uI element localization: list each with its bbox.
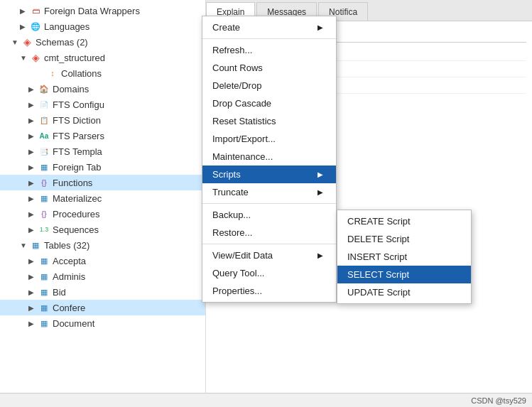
arrow-icon: ▼: [20, 242, 30, 249]
arrow-icon: ▶: [28, 210, 38, 218]
menu-label: Create: [212, 22, 240, 33]
sequences-icon: 1.3: [38, 224, 50, 235]
menu-item-delete-drop[interactable]: Delete/Drop: [202, 77, 336, 94]
tree-item-cmt-structured[interactable]: ▼ ◈ cmt_structured: [0, 50, 205, 65]
tree-panel: ▶ 🗃 Foreign Data Wrappers ▶ 🌐 Languages …: [0, 0, 206, 393]
submenu-arrow-icon: ▶: [317, 188, 323, 196]
menu-label: View/Edit Data: [212, 250, 273, 261]
lang-icon: 🌐: [30, 21, 41, 32]
tree-item-procedures[interactable]: ▶ {} Procedures: [0, 206, 205, 222]
tables-icon: ▦: [30, 239, 41, 251]
menu-item-properties[interactable]: Properties...: [202, 282, 336, 300]
menu-label: Import/Export...: [212, 134, 276, 144]
tree-item-languages[interactable]: ▶ 🌐 Languages: [0, 18, 205, 34]
tree-label: Collations: [61, 68, 102, 79]
menu-item-refresh[interactable]: Refresh...: [202, 41, 336, 59]
tree-label: Foreign Tab: [53, 162, 101, 173]
tree-label: cmt_structured: [44, 53, 105, 63]
tree-item-foreign-tables[interactable]: ▶ ▦ Foreign Tab: [0, 159, 205, 175]
arrow-icon: ▶: [20, 23, 30, 31]
arrow-icon: ▶: [28, 148, 38, 156]
arrow-icon: ▶: [28, 116, 38, 124]
scripts-submenu: CREATE Script DELETE Script INSERT Scrip…: [337, 210, 472, 304]
fts-config-icon: 📄: [38, 99, 50, 110]
menu-label: Delete/Drop: [212, 80, 261, 91]
tree-label: Foreign Data Wrappers: [44, 6, 140, 16]
tree-item-fts-templates[interactable]: ▶ 📑 FTS Templa: [0, 143, 205, 159]
menu-label: Refresh...: [212, 45, 252, 55]
tree-label: Domains: [53, 84, 89, 94]
arrow-icon: ▶: [28, 179, 38, 187]
db-icon: 🗃: [30, 5, 41, 16]
mat-view-icon: ▦: [38, 192, 50, 204]
tree-item-confere[interactable]: ▶ ▦ Confere: [0, 300, 205, 315]
tree-item-fts-dict[interactable]: ▶ 📋 FTS Diction: [0, 112, 205, 128]
tree-label: FTS Parsers: [53, 131, 104, 141]
coll-icon: ↕: [47, 67, 58, 79]
tree-item-tables[interactable]: ▼ ▦ Tables (32): [0, 237, 205, 253]
menu-label: Truncate: [212, 187, 249, 197]
tree-label: Functions: [53, 178, 92, 188]
fts-parsers-icon: Aa: [38, 130, 50, 141]
tree-item-foreign-data-wrappers[interactable]: ▶ 🗃 Foreign Data Wrappers: [0, 3, 205, 18]
menu-label: Query Tool...: [212, 268, 264, 278]
menu-item-restore[interactable]: Restore...: [202, 224, 336, 242]
tree-item-materialized[interactable]: ▶ ▦ Materializec: [0, 190, 205, 206]
menu-label: SELECT Script: [347, 269, 409, 280]
menu-item-delete-script[interactable]: DELETE Script: [337, 230, 471, 248]
menu-label: UPDATE Script: [347, 287, 411, 298]
tree-item-collations[interactable]: ↕ Collations: [0, 65, 205, 81]
functions-icon: {}: [38, 177, 50, 188]
menu-item-scripts[interactable]: Scripts ▶: [202, 165, 336, 183]
tree-label: FTS Configu: [53, 99, 104, 110]
tree-item-sequences[interactable]: ▶ 1.3 Sequences: [0, 222, 205, 237]
tree-item-document[interactable]: ▶ ▦ Document: [0, 315, 205, 331]
menu-label: DELETE Script: [347, 234, 409, 244]
tree-item-bid[interactable]: ▶ ▦ Bid: [0, 284, 205, 300]
menu-item-query-tool[interactable]: Query Tool...: [202, 264, 336, 282]
menu-item-import-export[interactable]: Import/Export...: [202, 130, 336, 148]
schema-icon: ◈: [30, 52, 41, 63]
tree-item-fts-config[interactable]: ▶ 📄 FTS Configu: [0, 97, 205, 112]
menu-item-drop-cascade[interactable]: Drop Cascade: [202, 94, 336, 112]
arrow-icon: ▶: [28, 163, 38, 171]
menu-item-update-script[interactable]: UPDATE Script: [337, 283, 471, 301]
tree-item-fts-parsers[interactable]: ▶ Aa FTS Parsers: [0, 128, 205, 143]
submenu-arrow-icon: ▶: [317, 23, 323, 31]
procedures-icon: {}: [38, 208, 50, 219]
tree-item-functions[interactable]: ▶ {} Functions: [0, 175, 205, 190]
tree-label: Tables (32): [44, 240, 89, 251]
menu-separator: [202, 38, 336, 39]
menu-item-select-script[interactable]: SELECT Script: [337, 266, 471, 283]
tree-item-schemas[interactable]: ▼ ◈ Schemas (2): [0, 34, 205, 50]
menu-item-backup[interactable]: Backup...: [202, 206, 336, 224]
tree-label: Confere: [53, 303, 85, 313]
fts-templates-icon: 📑: [38, 146, 50, 157]
menu-item-count-rows[interactable]: Count Rows: [202, 59, 336, 77]
arrow-icon: ▼: [20, 54, 30, 62]
arrow-icon: ▼: [11, 38, 21, 46]
menu-item-truncate[interactable]: Truncate ▶: [202, 183, 336, 201]
status-text: CSDN @tsy529: [471, 396, 526, 405]
arrow-icon: ▶: [28, 226, 38, 234]
menu-item-view-edit-data[interactable]: View/Edit Data ▶: [202, 246, 336, 264]
tree-item-domains[interactable]: ▶ 🏠 Domains: [0, 81, 205, 97]
arrow-icon: ▶: [28, 273, 38, 281]
arrow-icon: ▶: [28, 320, 38, 327]
table-icon: ▦: [38, 255, 50, 266]
menu-label: Count Rows: [212, 63, 263, 73]
menu-item-create-script[interactable]: CREATE Script: [337, 212, 471, 230]
tree-label: Schemas (2): [36, 37, 88, 48]
menu-item-maintenance[interactable]: Maintenance...: [202, 148, 336, 165]
tree-label: Adminis: [53, 271, 85, 282]
menu-item-create[interactable]: Create ▶: [202, 18, 336, 36]
foreign-table-icon: ▦: [38, 161, 50, 173]
schema-icon: ◈: [21, 36, 33, 48]
tree-item-adminis[interactable]: ▶ ▦ Adminis: [0, 268, 205, 284]
arrow-icon: ▶: [28, 132, 38, 140]
tree-label: Materializec: [53, 193, 102, 204]
submenu-arrow-icon: ▶: [317, 170, 323, 178]
menu-item-insert-script[interactable]: INSERT Script: [337, 248, 471, 266]
tree-item-accepta[interactable]: ▶ ▦ Accepta: [0, 253, 205, 268]
menu-item-reset-statistics[interactable]: Reset Statistics: [202, 112, 336, 130]
